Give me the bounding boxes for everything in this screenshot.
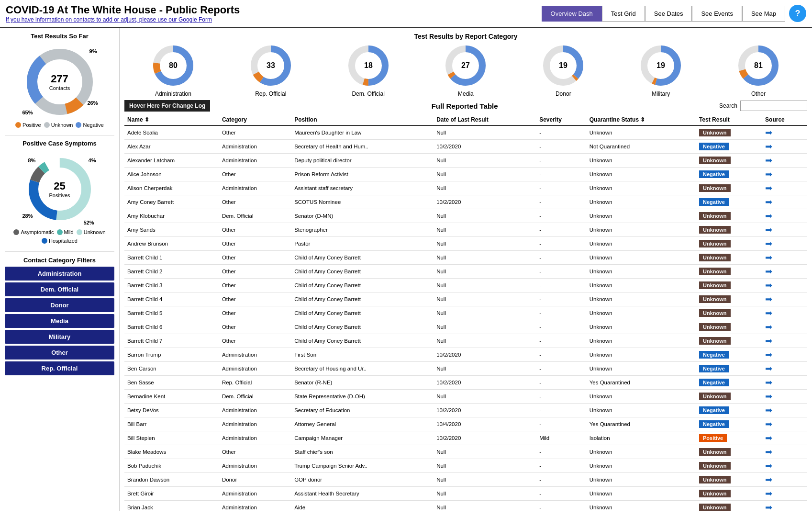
filter-donor[interactable]: Donor: [5, 298, 114, 312]
cell-source[interactable]: ➡: [762, 306, 807, 320]
nav-overview[interactable]: Overview Dash: [542, 6, 602, 22]
source-link-icon[interactable]: ➡: [765, 503, 772, 511]
col-severity[interactable]: Severity: [536, 114, 587, 125]
cell-name: Bill Stepien: [124, 431, 219, 445]
cell-name: Amy Klobuchar: [124, 209, 219, 223]
cell-source[interactable]: ➡: [762, 417, 807, 431]
cell-source[interactable]: ➡: [762, 390, 807, 404]
cell-quarantine: Unknown: [587, 362, 696, 376]
cell-result: Unknown: [696, 279, 762, 292]
cell-quarantine: Unknown: [587, 154, 696, 168]
source-link-icon[interactable]: ➡: [765, 475, 772, 484]
cell-source[interactable]: ➡: [762, 181, 807, 195]
cell-source[interactable]: ➡: [762, 140, 807, 154]
col-position[interactable]: Position: [291, 114, 434, 125]
source-link-icon[interactable]: ➡: [765, 294, 772, 304]
svg-text:19: 19: [559, 61, 567, 69]
cell-source[interactable]: ➡: [762, 445, 807, 459]
source-link-icon[interactable]: ➡: [765, 183, 772, 193]
source-link-icon[interactable]: ➡: [765, 169, 772, 179]
col-result[interactable]: Test Result: [696, 114, 762, 125]
source-link-icon[interactable]: ➡: [765, 433, 772, 443]
google-form-link[interactable]: If you have information on contacts to a…: [6, 16, 212, 23]
nav-see-dates[interactable]: See Dates: [645, 6, 692, 22]
source-link-icon[interactable]: ➡: [765, 489, 772, 498]
cell-date: Null: [434, 473, 536, 487]
filter-other[interactable]: Other: [5, 346, 114, 360]
cell-source[interactable]: ➡: [762, 362, 807, 376]
nav-see-events[interactable]: See Events: [692, 6, 742, 22]
source-link-icon[interactable]: ➡: [765, 142, 772, 151]
source-link-icon[interactable]: ➡: [765, 447, 772, 457]
table-row: Adele Scalia Other Maureen's Daughter in…: [124, 125, 807, 140]
help-button[interactable]: ?: [789, 5, 806, 22]
cell-source[interactable]: ➡: [762, 487, 807, 501]
cell-source[interactable]: ➡: [762, 237, 807, 251]
cell-source[interactable]: ➡: [762, 154, 807, 168]
source-link-icon[interactable]: ➡: [765, 197, 772, 207]
source-link-icon[interactable]: ➡: [765, 350, 772, 360]
cell-source[interactable]: ➡: [762, 223, 807, 237]
source-link-icon[interactable]: ➡: [765, 419, 772, 429]
cell-position: State Representative (D-OH): [291, 390, 434, 404]
source-link-icon[interactable]: ➡: [765, 253, 772, 262]
source-link-icon[interactable]: ➡: [765, 461, 772, 471]
source-link-icon[interactable]: ➡: [765, 239, 772, 248]
cell-name: Betsy DeVos: [124, 404, 219, 417]
cell-source[interactable]: ➡: [762, 168, 807, 181]
search-input[interactable]: [740, 101, 807, 111]
cat-other-svg: 81: [737, 44, 780, 87]
cell-source[interactable]: ➡: [762, 292, 807, 306]
col-quarantine[interactable]: Quarantine Status ⇕: [587, 114, 696, 125]
col-source[interactable]: Source: [762, 114, 807, 125]
cell-category: Other: [219, 334, 291, 348]
filter-rep-official[interactable]: Rep. Official: [5, 361, 114, 375]
source-link-icon[interactable]: ➡: [765, 281, 772, 290]
source-link-icon[interactable]: ➡: [765, 267, 772, 276]
cell-date: Null: [434, 279, 536, 292]
cell-quarantine: Unknown: [587, 251, 696, 265]
nav-see-map[interactable]: See Map: [742, 6, 785, 22]
cell-position: Maureen's Daughter in Law: [291, 125, 434, 140]
source-link-icon[interactable]: ➡: [765, 322, 772, 332]
cell-source[interactable]: ➡: [762, 125, 807, 140]
source-link-icon[interactable]: ➡: [765, 308, 772, 318]
filter-dem-official[interactable]: Dem. Official: [5, 282, 114, 296]
cell-source[interactable]: ➡: [762, 320, 807, 334]
filter-military[interactable]: Military: [5, 330, 114, 344]
source-link-icon[interactable]: ➡: [765, 392, 772, 401]
page-header: COVID-19 At The White House - Public Rep…: [0, 0, 812, 28]
cell-source[interactable]: ➡: [762, 334, 807, 348]
cell-source[interactable]: ➡: [762, 431, 807, 445]
source-link-icon[interactable]: ➡: [765, 225, 772, 235]
cell-source[interactable]: ➡: [762, 279, 807, 292]
cell-source[interactable]: ➡: [762, 348, 807, 362]
cell-source[interactable]: ➡: [762, 251, 807, 265]
source-link-icon[interactable]: ➡: [765, 156, 772, 165]
source-link-icon[interactable]: ➡: [765, 378, 772, 387]
change-log-button[interactable]: Hover Here For Change Log: [124, 100, 210, 112]
col-date[interactable]: Date of Last Result: [434, 114, 536, 125]
cell-source[interactable]: ➡: [762, 195, 807, 209]
filter-administration[interactable]: Administration: [5, 267, 114, 281]
cell-source[interactable]: ➡: [762, 473, 807, 487]
svg-text:33: 33: [267, 61, 275, 69]
source-link-icon[interactable]: ➡: [765, 128, 772, 137]
cell-position: Stenographer: [291, 223, 434, 237]
cat-dem-official-svg: 18: [347, 44, 390, 87]
cell-source[interactable]: ➡: [762, 404, 807, 417]
cell-source[interactable]: ➡: [762, 209, 807, 223]
col-name[interactable]: Name ⇕: [124, 114, 219, 125]
source-link-icon[interactable]: ➡: [765, 336, 772, 346]
cell-source[interactable]: ➡: [762, 501, 807, 512]
cell-source[interactable]: ➡: [762, 265, 807, 279]
source-link-icon[interactable]: ➡: [765, 405, 772, 415]
cell-source[interactable]: ➡: [762, 376, 807, 390]
nav-test-grid[interactable]: Test Grid: [602, 6, 645, 22]
cell-severity: -: [536, 390, 587, 404]
col-category[interactable]: Category: [219, 114, 291, 125]
source-link-icon[interactable]: ➡: [765, 364, 772, 373]
filter-media[interactable]: Media: [5, 314, 114, 328]
cell-source[interactable]: ➡: [762, 459, 807, 473]
source-link-icon[interactable]: ➡: [765, 211, 772, 221]
